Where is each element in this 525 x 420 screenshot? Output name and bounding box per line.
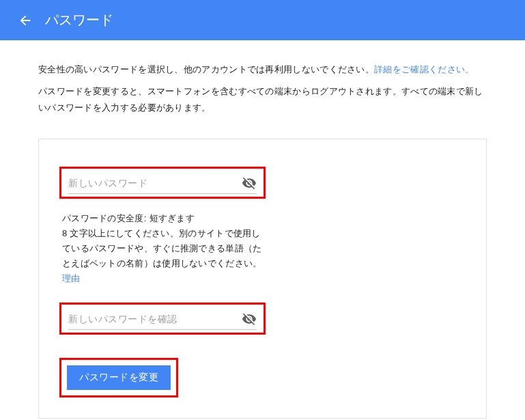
- visibility-off-icon[interactable]: [242, 176, 257, 191]
- page-header: パスワード: [0, 0, 525, 40]
- help-text: 8 文字以上にしてください。別のサイトで使用しているパスワードや、すぐに推測でき…: [62, 228, 262, 268]
- reason-link[interactable]: 理由: [62, 273, 81, 283]
- new-password-field-wrap: [59, 167, 266, 199]
- confirm-password-input[interactable]: [68, 313, 242, 324]
- intro-paragraph-1: 安全性の高いパスワードを選択し、他のアカウントでは再利用しないでください。詳細を…: [38, 62, 487, 76]
- intro-text-1: 安全性の高いパスワードを選択し、他のアカウントでは再利用しないでください。: [38, 64, 374, 74]
- strength-label: パスワードの安全度:: [62, 213, 150, 223]
- strength-line: パスワードの安全度: 短すぎます: [62, 212, 267, 225]
- intro-section: 安全性の高いパスワードを選択し、他のアカウントでは再利用しないでください。詳細を…: [0, 40, 525, 122]
- back-arrow-icon[interactable]: [12, 8, 38, 33]
- submit-button-wrap: パスワードを変更: [59, 358, 178, 397]
- visibility-off-icon[interactable]: [242, 311, 257, 326]
- strength-help: 8 文字以上にしてください。別のサイトで使用しているパスワードや、すぐに推測でき…: [62, 226, 267, 286]
- learn-more-link[interactable]: 詳細をご確認ください。: [374, 64, 474, 74]
- strength-value: 短すぎます: [150, 213, 195, 223]
- page-title: パスワード: [45, 11, 113, 29]
- password-strength-block: パスワードの安全度: 短すぎます 8 文字以上にしてください。別のサイトで使用し…: [62, 212, 267, 286]
- change-password-button[interactable]: パスワードを変更: [67, 365, 171, 390]
- new-password-input[interactable]: [68, 178, 242, 188]
- intro-paragraph-2: パスワードを変更すると、スマートフォンを含むすべての端末からログアウトされます。…: [38, 83, 487, 115]
- password-form-card: パスワードの安全度: 短すぎます 8 文字以上にしてください。別のサイトで使用し…: [38, 139, 487, 419]
- confirm-password-field-wrap: [59, 303, 266, 335]
